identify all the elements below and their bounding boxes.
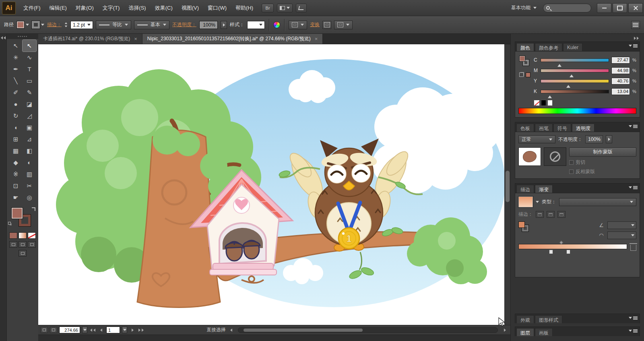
- free-transform-tool[interactable]: ▣: [23, 122, 36, 133]
- blend-tool[interactable]: ◐: [23, 157, 36, 168]
- opacity-panel-link[interactable]: 不透明度：: [172, 21, 196, 28]
- stroke-within-button[interactable]: [536, 211, 544, 218]
- opacity-spinner-button[interactable]: [606, 135, 612, 143]
- cs-live-button[interactable]: [296, 4, 307, 12]
- clip-checkbox[interactable]: [569, 160, 574, 165]
- gradient-mode-button[interactable]: [19, 232, 27, 239]
- tab-graphic-styles[interactable]: 图形样式: [535, 315, 562, 323]
- canvas[interactable]: 1: [38, 44, 510, 325]
- scroll-left-button[interactable]: [228, 327, 234, 333]
- fill-color-swatch[interactable]: [11, 207, 23, 219]
- tools-panel-grip[interactable]: [7, 34, 38, 39]
- collapse-right-dock-button[interactable]: [515, 35, 640, 41]
- vertical-scrollbar-thumb[interactable]: [506, 171, 510, 202]
- close-tab-icon[interactable]: ×: [315, 36, 318, 41]
- none-mode-button[interactable]: [28, 232, 36, 239]
- document-tab-2[interactable]: Nipic_23033013_20160501013572156602[转换].…: [142, 34, 323, 44]
- tab-stroke[interactable]: 描边: [516, 185, 534, 193]
- eyedropper-tool[interactable]: ◆: [9, 157, 23, 168]
- selection-tool[interactable]: ↖: [9, 40, 23, 52]
- color-mode-button[interactable]: [9, 232, 17, 239]
- cyan-slider[interactable]: [541, 58, 609, 62]
- slider-thumb[interactable]: [566, 83, 570, 88]
- gradient-slider[interactable]: [518, 244, 627, 249]
- gradient-type-dropdown[interactable]: [559, 198, 636, 206]
- none-swatch[interactable]: [534, 100, 540, 106]
- tab-artboards[interactable]: 画板: [535, 328, 553, 336]
- mask-thumbnail[interactable]: [544, 147, 566, 166]
- scale-tool[interactable]: ◿: [23, 110, 36, 122]
- arrange-documents-button[interactable]: [277, 4, 293, 12]
- blob-brush-tool[interactable]: ●: [9, 98, 23, 110]
- magic-wand-tool[interactable]: ✳: [9, 52, 23, 63]
- gradient-swatch[interactable]: [518, 196, 533, 207]
- fill-color-control[interactable]: [17, 21, 29, 29]
- minimize-button[interactable]: [597, 3, 611, 13]
- gradient-midpoint-handle[interactable]: [559, 241, 563, 245]
- gradient-fill-stroke-proxy[interactable]: [518, 221, 530, 234]
- menu-item-window[interactable]: 窗口(W): [203, 0, 231, 16]
- default-fill-stroke-icon[interactable]: [8, 222, 11, 225]
- go-to-artboard-icon[interactable]: [50, 327, 57, 333]
- stroke-across-button[interactable]: [557, 211, 566, 218]
- blend-mode-dropdown[interactable]: 正常: [518, 135, 555, 143]
- stroke-width-field[interactable]: 1.2 pt: [70, 21, 93, 29]
- isolate-object-button[interactable]: [322, 21, 331, 29]
- opacity-dropdown-button[interactable]: [221, 21, 227, 29]
- close-tab-icon[interactable]: ×: [134, 36, 137, 41]
- artboard-number-field[interactable]: 1: [106, 327, 120, 333]
- panel-menu-button[interactable]: [629, 330, 638, 332]
- object-thumbnail[interactable]: [518, 147, 541, 166]
- gradient-tool[interactable]: ◧: [23, 145, 36, 157]
- menu-item-file[interactable]: 文件(F): [19, 0, 45, 16]
- horizontal-scrollbar[interactable]: [238, 327, 498, 333]
- web-color-swatch[interactable]: [526, 72, 530, 77]
- panel-menu-button[interactable]: [629, 45, 638, 47]
- rotate-tool[interactable]: ↻: [9, 110, 23, 122]
- menu-item-edit[interactable]: 编辑(E): [45, 0, 71, 16]
- zoom-dropdown-button[interactable]: [82, 327, 87, 333]
- previous-artboard-button[interactable]: [98, 327, 104, 333]
- width-profile-dropdown[interactable]: 等比: [96, 21, 131, 29]
- slice-tool[interactable]: ✂: [23, 180, 36, 192]
- next-artboard-button[interactable]: [129, 327, 136, 333]
- tab-gradient[interactable]: 渐变: [535, 185, 553, 193]
- web-color-warning-icon[interactable]: [519, 72, 524, 77]
- brush-definition-dropdown[interactable]: 基本: [134, 21, 169, 29]
- zoom-level-field[interactable]: 274.66: [59, 327, 80, 333]
- type-tool[interactable]: T: [23, 63, 36, 75]
- gradient-stop[interactable]: [549, 250, 553, 254]
- tab-appearance[interactable]: 外观: [516, 315, 534, 323]
- zoom-tool[interactable]: ◎: [23, 192, 36, 203]
- tab-symbols[interactable]: 符号: [553, 124, 571, 132]
- symbol-sprayer-tool[interactable]: ※: [9, 168, 23, 180]
- artboard-dropdown-button[interactable]: [122, 327, 127, 333]
- menu-item-type[interactable]: 文字(T): [98, 0, 124, 16]
- hand-tool[interactable]: ☛: [9, 192, 23, 203]
- color-fill-stroke-proxy[interactable]: [518, 55, 531, 97]
- more-options-dropdown[interactable]: [334, 21, 353, 29]
- column-graph-tool[interactable]: ▥: [23, 168, 36, 180]
- bridge-button[interactable]: Br: [262, 4, 274, 12]
- black-swatch[interactable]: [541, 100, 546, 106]
- menu-item-view[interactable]: 视图(V): [177, 0, 203, 16]
- recolor-artwork-button[interactable]: [273, 21, 280, 28]
- pen-tool[interactable]: ✒: [9, 63, 23, 75]
- tab-transparency[interactable]: 透明度: [572, 124, 594, 132]
- slider-thumb[interactable]: [570, 72, 574, 77]
- stroke-color-control[interactable]: [32, 21, 44, 29]
- screen-mode-button[interactable]: [19, 250, 27, 256]
- draw-inside-button[interactable]: [28, 241, 36, 248]
- delete-stop-icon[interactable]: [630, 245, 636, 251]
- eraser-tool[interactable]: ◪: [23, 98, 36, 110]
- maximize-button[interactable]: [613, 3, 627, 13]
- pencil-tool[interactable]: ✎: [23, 87, 36, 98]
- artboard-tool[interactable]: ⊡: [9, 180, 23, 192]
- align-dropdown[interactable]: [289, 21, 307, 29]
- stroke-width-stepper[interactable]: [64, 22, 68, 27]
- black-slider[interactable]: [541, 90, 609, 93]
- cyan-value-field[interactable]: 27.47: [611, 57, 630, 64]
- draw-behind-button[interactable]: [19, 241, 27, 248]
- rectangle-tool[interactable]: ▭: [23, 75, 36, 87]
- mesh-tool[interactable]: ▦: [9, 145, 23, 157]
